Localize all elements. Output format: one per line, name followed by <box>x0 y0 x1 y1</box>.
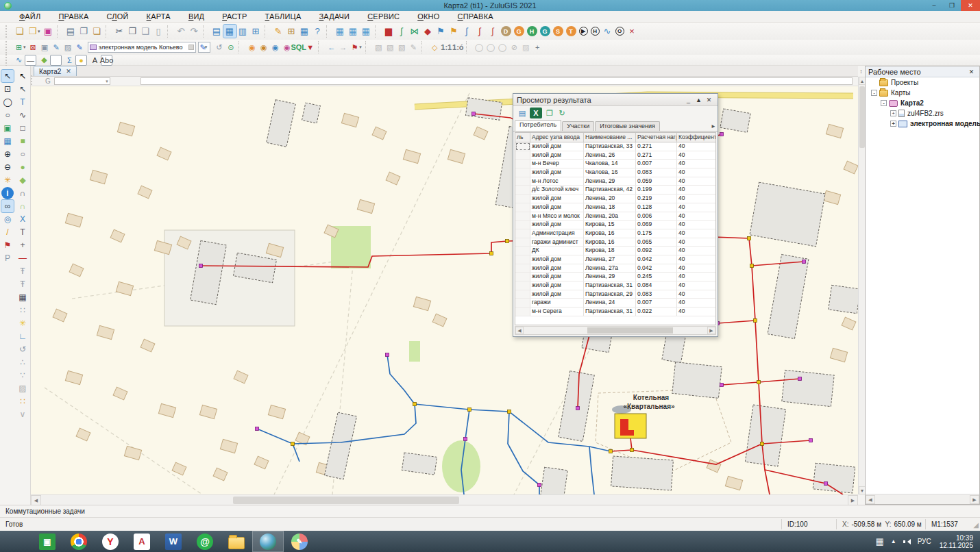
ruler-tool-icon[interactable]: / <box>1 226 14 238</box>
layers-dialog-icon[interactable]: ▤ <box>210 25 223 38</box>
consumer-node[interactable] <box>798 377 802 381</box>
menu-layer[interactable]: СЛОЙ <box>107 12 129 21</box>
line-red-icon[interactable]: — <box>16 252 29 264</box>
thermal-icon[interactable]: T <box>566 26 576 36</box>
line-sample-swatch[interactable]: — <box>25 55 36 66</box>
table-row[interactable]: жилой домЛенина, 270.04240 <box>515 255 715 264</box>
search-layers-icon[interactable]: ◉ <box>269 42 281 53</box>
scroll-left-icon[interactable]: ◀ <box>515 327 524 334</box>
legend-icon[interactable]: ▥ <box>236 25 249 38</box>
geocode-combobox[interactable]: ▾ <box>54 77 110 85</box>
toolbar-grip[interactable] <box>31 75 34 88</box>
tab-karta2[interactable]: Карта2 ✕ <box>34 66 77 76</box>
result-print-icon[interactable]: ▤ <box>516 108 528 118</box>
resize-grip-icon[interactable]: ◢ <box>973 521 979 529</box>
menu-edit[interactable]: ПРАВКА <box>58 12 88 21</box>
dialog-title-bar[interactable]: Просмотр результата _ ▲ ✕ <box>513 94 718 106</box>
print-icon[interactable]: ▤ <box>64 25 77 38</box>
close-map-icon[interactable]: ⊠ <box>27 42 39 53</box>
add-object-icon[interactable]: ⊞ <box>285 25 298 38</box>
dialog-rollup-button[interactable]: ▲ <box>694 97 704 103</box>
workspace-scrollbar[interactable]: ◀ ▶ <box>866 494 979 504</box>
filled-rect-draw-icon[interactable]: ■ <box>16 135 29 147</box>
polygon-sample-swatch[interactable] <box>50 55 62 66</box>
switching-icon[interactable]: S <box>553 26 563 36</box>
table-row[interactable]: жилой домЛенина, 290.24540 <box>515 273 715 281</box>
export-image-icon[interactable]: ❏ <box>90 25 103 38</box>
tree-item-карта2[interactable]: -Карта2 <box>866 98 979 108</box>
label-on-icon[interactable]: Ŧ <box>16 278 29 290</box>
row-selector[interactable] <box>515 247 530 255</box>
info-node-tool-icon[interactable]: ↖ <box>16 83 29 95</box>
profile-icon[interactable]: × <box>626 25 639 38</box>
junction-node[interactable] <box>490 252 493 255</box>
result-excel-icon[interactable]: X <box>530 108 542 118</box>
route-edit-icon[interactable]: ∷ <box>16 304 29 316</box>
dialog-minimize-button[interactable]: _ <box>683 97 694 103</box>
table-row[interactable]: м-н Мясо и молокЛенина, 20а0.00640 <box>515 212 715 221</box>
row-selector[interactable] <box>515 195 530 203</box>
help-icon[interactable]: ? <box>311 25 324 38</box>
zoom-history-icon[interactable]: ↺ <box>213 42 225 53</box>
region-gray-icon[interactable]: ▨ <box>16 382 29 394</box>
row-selector[interactable] <box>515 168 530 177</box>
row-selector[interactable] <box>515 221 530 229</box>
hydraulics-icon[interactable]: H <box>527 26 537 36</box>
topology-copy-icon[interactable]: ▨ <box>520 42 532 53</box>
scroll-right-icon[interactable]: ▶ <box>970 495 979 504</box>
pan-hand-tool-icon[interactable]: ✳ <box>1 174 14 186</box>
table-row[interactable]: д/с Золотой ключПартизанская, 420.19940 <box>515 186 715 195</box>
map-horizontal-scrollbar[interactable]: ◀ ▶ <box>31 494 858 505</box>
menu-file[interactable]: ФАЙЛ <box>19 12 40 21</box>
ellipse-draw-icon[interactable]: ○ <box>16 148 29 160</box>
text-sample-swatch[interactable]: Abo <box>101 55 112 66</box>
result-tab-2[interactable]: Участки <box>562 121 594 131</box>
zoom-next-icon[interactable]: ▧ <box>396 42 408 53</box>
keyboard-icon[interactable]: ▦ <box>875 536 883 547</box>
snap-mode-icon[interactable]: + <box>532 42 543 53</box>
rect-select-tool-icon[interactable]: ⊡ <box>1 83 14 95</box>
table-row[interactable]: жилой домЧкалова, 160.08340 <box>515 168 715 177</box>
taskbar-explorer-icon[interactable] <box>221 531 252 552</box>
menu-table[interactable]: ТАБЛИЦА <box>265 12 302 21</box>
hatch-fill-icon[interactable]: ▦ <box>16 291 29 303</box>
units-icon[interactable]: ◇ <box>429 42 441 53</box>
row-selector[interactable] <box>515 212 530 221</box>
map-properties-icon[interactable]: ▣ <box>39 42 51 53</box>
navigator-tool-icon[interactable]: ◎ <box>1 213 14 225</box>
table-row[interactable]: жилой домЛенина, 27а0.04240 <box>515 264 715 273</box>
zoom-out-tool-icon[interactable]: ⊖ <box>1 161 14 173</box>
topology-intersect-icon[interactable]: ◯ <box>485 42 497 53</box>
tree-item-электронная-модель-к[interactable]: +электронная модель К <box>866 118 979 129</box>
result-tab-3[interactable]: Итоговые значения <box>595 121 660 131</box>
collapse-icon[interactable]: - <box>871 90 877 96</box>
menu-service[interactable]: СЕРВИС <box>367 12 400 21</box>
scroll-left-icon[interactable]: ◀ <box>31 495 41 505</box>
curve-red-icon[interactable]: ∫ <box>474 25 487 38</box>
table-row[interactable]: гаражи администКирова, 160.06540 <box>515 238 715 247</box>
switching-tasks-panel[interactable]: Коммутационные задачи <box>0 505 980 517</box>
row-selector[interactable] <box>515 203 530 212</box>
topology-union-icon[interactable]: ◯ <box>474 42 485 53</box>
save-icon[interactable]: ▣ <box>42 25 55 38</box>
copy-icon[interactable]: ❐ <box>126 25 139 38</box>
row-selector[interactable] <box>515 308 530 316</box>
toolbar-grip[interactable] <box>5 25 9 38</box>
tree-item-проекты[interactable]: Проекты <box>866 77 979 88</box>
scroll-right-icon[interactable]: ▶ <box>707 327 715 334</box>
graphs-icon[interactable]: G <box>514 26 524 36</box>
workspace-close-icon[interactable]: ✕ <box>966 68 977 75</box>
column-header[interactable]: ль <box>515 133 530 142</box>
polygon-draw-icon[interactable]: ◆ <box>16 174 29 186</box>
junction-node[interactable] <box>291 442 295 446</box>
expand-icon[interactable]: + <box>890 110 896 116</box>
row-selector[interactable] <box>515 142 530 151</box>
zoom-prev-icon[interactable]: ▧ <box>384 42 396 53</box>
edit-mode-button[interactable]: ✎ ▾ <box>198 42 211 53</box>
forward-icon[interactable]: → <box>337 42 349 53</box>
table-window-tool-icon[interactable]: ▦ <box>1 135 14 147</box>
menu-raster[interactable]: РАСТР <box>222 12 247 21</box>
table-row[interactable]: м-н ВечерЧкалова, 140.00740 <box>515 160 715 168</box>
map-vertical-scrollbar[interactable]: ▲ ▼ <box>858 77 865 494</box>
row-selector[interactable] <box>515 238 530 247</box>
